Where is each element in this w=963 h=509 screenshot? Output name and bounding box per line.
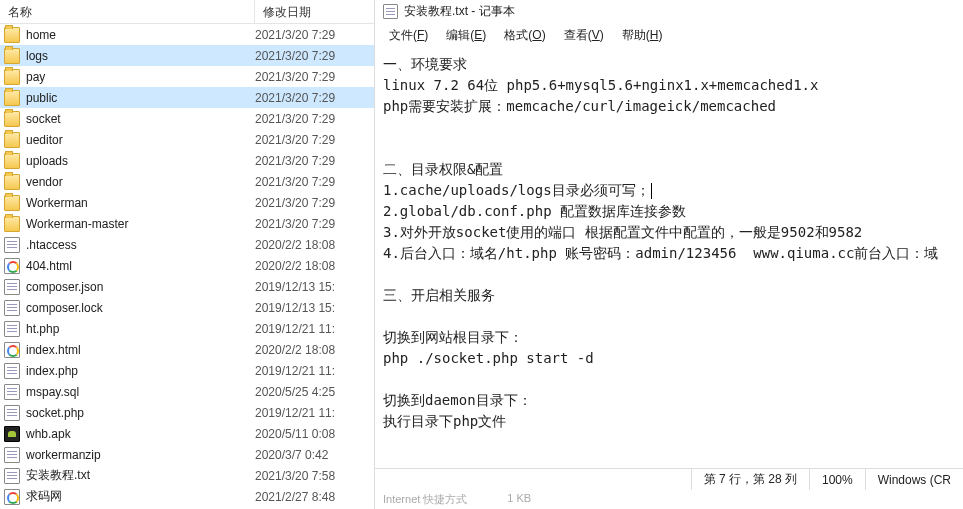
file-row[interactable]: ht.php2019/12/21 11: xyxy=(0,318,374,339)
status-position: 第 7 行，第 28 列 xyxy=(691,469,809,490)
status-zoom: 100% xyxy=(809,469,865,490)
file-name: Workerman-master xyxy=(26,217,255,231)
folder-icon xyxy=(4,27,20,43)
text-file-icon xyxy=(4,468,20,484)
file-name: whb.apk xyxy=(26,427,255,441)
notepad-window: 安装教程.txt - 记事本 文件(F) 编辑(E) 格式(O) 查看(V) 帮… xyxy=(375,0,963,509)
file-row[interactable]: uploads2021/3/20 7:29 xyxy=(0,150,374,171)
folder-icon xyxy=(4,216,20,232)
menu-edit[interactable]: 编辑(E) xyxy=(438,25,494,46)
file-date: 2021/3/20 7:29 xyxy=(255,217,335,231)
status-bar: 第 7 行，第 28 列 100% Windows (CR xyxy=(375,468,963,490)
menu-view[interactable]: 查看(V) xyxy=(556,25,612,46)
file-list: home2021/3/20 7:29logs2021/3/20 7:29pay2… xyxy=(0,24,374,507)
file-row[interactable]: Workerman-master2021/3/20 7:29 xyxy=(0,213,374,234)
file-date: 2021/3/20 7:29 xyxy=(255,154,335,168)
file-row[interactable]: home2021/3/20 7:29 xyxy=(0,24,374,45)
menu-help[interactable]: 帮助(H) xyxy=(614,25,671,46)
background-explorer-row: Internet 快捷方式 1 KB xyxy=(375,490,963,509)
file-date: 2020/5/11 0:08 xyxy=(255,427,335,441)
file-name: Workerman xyxy=(26,196,255,210)
column-date[interactable]: 修改日期 xyxy=(255,0,374,23)
file-date: 2021/3/20 7:29 xyxy=(255,133,335,147)
file-date: 2021/3/20 7:29 xyxy=(255,70,335,84)
file-explorer-panel: 名称 修改日期 home2021/3/20 7:29logs2021/3/20 … xyxy=(0,0,375,509)
file-row[interactable]: 404.html2020/2/2 18:08 xyxy=(0,255,374,276)
file-name: pay xyxy=(26,70,255,84)
text-file-icon xyxy=(4,279,20,295)
file-row[interactable]: whb.apk2020/5/11 0:08 xyxy=(0,423,374,444)
file-row[interactable]: index.html2020/2/2 18:08 xyxy=(0,339,374,360)
text-file-icon xyxy=(4,237,20,253)
file-row[interactable]: socket2021/3/20 7:29 xyxy=(0,108,374,129)
file-name: index.html xyxy=(26,343,255,357)
chrome-html-icon xyxy=(4,489,20,505)
file-row[interactable]: Workerman2021/3/20 7:29 xyxy=(0,192,374,213)
file-row[interactable]: socket.php2019/12/21 11: xyxy=(0,402,374,423)
file-row[interactable]: composer.json2019/12/13 15: xyxy=(0,276,374,297)
menu-format[interactable]: 格式(O) xyxy=(496,25,553,46)
folder-icon xyxy=(4,111,20,127)
text-file-icon xyxy=(4,405,20,421)
file-name: socket.php xyxy=(26,406,255,420)
file-name: ht.php xyxy=(26,322,255,336)
folder-icon xyxy=(4,69,20,85)
file-name: composer.lock xyxy=(26,301,255,315)
file-date: 2021/3/20 7:29 xyxy=(255,49,335,63)
file-date: 2021/3/20 7:58 xyxy=(255,469,335,483)
file-date: 2021/3/20 7:29 xyxy=(255,175,335,189)
chrome-html-icon xyxy=(4,258,20,274)
file-row[interactable]: ueditor2021/3/20 7:29 xyxy=(0,129,374,150)
column-headers: 名称 修改日期 xyxy=(0,0,374,24)
file-row[interactable]: public2021/3/20 7:29 xyxy=(0,87,374,108)
text-file-icon xyxy=(4,447,20,463)
file-name: vendor xyxy=(26,175,255,189)
file-date: 2020/2/2 18:08 xyxy=(255,238,335,252)
file-row[interactable]: composer.lock2019/12/13 15: xyxy=(0,297,374,318)
notepad-title-bar: 安装教程.txt - 记事本 xyxy=(375,0,963,23)
file-name: 安装教程.txt xyxy=(26,467,255,484)
text-file-icon xyxy=(4,300,20,316)
file-row[interactable]: pay2021/3/20 7:29 xyxy=(0,66,374,87)
folder-icon xyxy=(4,90,20,106)
file-row[interactable]: .htaccess2020/2/2 18:08 xyxy=(0,234,374,255)
file-name: 求码网 xyxy=(26,488,255,505)
file-name: ueditor xyxy=(26,133,255,147)
text-file-icon xyxy=(4,363,20,379)
file-row[interactable]: 安装教程.txt2021/3/20 7:58 xyxy=(0,465,374,486)
folder-icon xyxy=(4,132,20,148)
file-date: 2021/3/20 7:29 xyxy=(255,28,335,42)
file-name: index.php xyxy=(26,364,255,378)
file-date: 2020/2/2 18:08 xyxy=(255,259,335,273)
notepad-icon xyxy=(383,4,398,19)
file-row[interactable]: mspay.sql2020/5/25 4:25 xyxy=(0,381,374,402)
folder-icon xyxy=(4,48,20,64)
file-date: 2019/12/21 11: xyxy=(255,406,335,420)
file-name: workermanzip xyxy=(26,448,255,462)
file-date: 2021/3/20 7:29 xyxy=(255,112,335,126)
notepad-text-area[interactable]: 一、环境要求linux 7.2 64位 php5.6+mysql5.6+ngin… xyxy=(375,50,963,468)
file-date: 2019/12/21 11: xyxy=(255,322,335,336)
file-row[interactable]: workermanzip2020/3/7 0:42 xyxy=(0,444,374,465)
file-row[interactable]: logs2021/3/20 7:29 xyxy=(0,45,374,66)
file-name: .htaccess xyxy=(26,238,255,252)
file-row[interactable]: 求码网2021/2/27 8:48 xyxy=(0,486,374,507)
file-name: logs xyxy=(26,49,255,63)
file-date: 2019/12/13 15: xyxy=(255,301,335,315)
file-name: public xyxy=(26,91,255,105)
folder-icon xyxy=(4,174,20,190)
file-name: socket xyxy=(26,112,255,126)
column-name[interactable]: 名称 xyxy=(0,0,255,23)
menu-file[interactable]: 文件(F) xyxy=(381,25,436,46)
file-date: 2021/2/27 8:48 xyxy=(255,490,335,504)
folder-icon xyxy=(4,153,20,169)
text-caret xyxy=(651,183,652,199)
apk-icon xyxy=(4,426,20,442)
file-date: 2019/12/21 11: xyxy=(255,364,335,378)
file-date: 2021/3/20 7:29 xyxy=(255,196,335,210)
file-row[interactable]: index.php2019/12/21 11: xyxy=(0,360,374,381)
file-date: 2020/5/25 4:25 xyxy=(255,385,335,399)
status-encoding: Windows (CR xyxy=(865,469,963,490)
file-row[interactable]: vendor2021/3/20 7:29 xyxy=(0,171,374,192)
file-date: 2020/2/2 18:08 xyxy=(255,343,335,357)
